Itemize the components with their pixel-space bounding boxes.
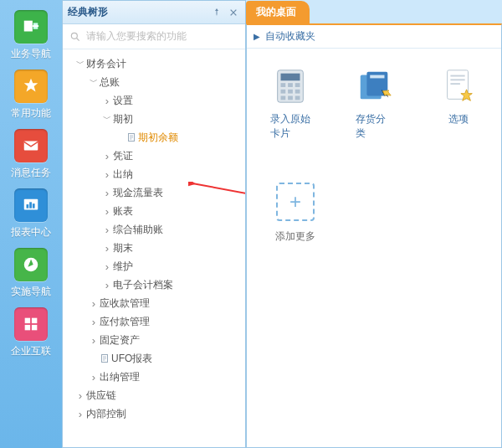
rail-item-report[interactable]: 报表中心 <box>6 188 56 239</box>
svg-rect-33 <box>450 83 460 85</box>
rail-label: 报表中心 <box>11 225 51 239</box>
tree-node[interactable]: ﹀财务会计 <box>68 54 242 73</box>
chevron-right-icon: › <box>101 242 113 255</box>
card-label: 存货分类 <box>356 112 394 141</box>
svg-rect-25 <box>288 96 293 100</box>
tree-node-label: 维护 <box>113 260 133 274</box>
tree-node[interactable]: UFO报表 <box>68 349 242 368</box>
tree-node[interactable]: ›现金流量表 <box>68 183 242 202</box>
chevron-right-icon: › <box>101 279 113 291</box>
panel-header: 经典树形 <box>63 1 245 24</box>
tree-node-label: 账表 <box>113 204 133 219</box>
rail-label: 消息任务 <box>11 166 51 180</box>
chevron-down-icon: ﹀ <box>101 113 113 125</box>
tree-node[interactable]: ›出纳管理 <box>68 368 242 386</box>
star-icon <box>14 70 48 103</box>
tree-node[interactable]: ›设置 <box>68 91 242 110</box>
rail-label: 企业互联 <box>11 344 51 358</box>
chevron-right-icon: ▶ <box>254 32 260 41</box>
tree-node-label: 出纳管理 <box>100 370 140 384</box>
tree-node[interactable]: ﹀期初 <box>68 110 242 128</box>
tree-node-label: 供应链 <box>86 389 116 403</box>
chevron-right-icon: › <box>88 371 100 384</box>
tree-node-label: UFO报表 <box>111 352 152 366</box>
rail-item-fav[interactable]: 常用功能 <box>6 70 56 121</box>
rail-item-link[interactable]: 企业互联 <box>6 307 56 358</box>
chevron-right-icon: › <box>101 187 113 199</box>
svg-rect-22 <box>288 90 293 94</box>
rail-label: 业务导航 <box>11 47 51 61</box>
favorites-label: 自动收藏夹 <box>265 29 315 44</box>
search-icon <box>69 31 81 43</box>
nav-tree: ﹀财务会计﹀总账›设置﹀期初期初余额›凭证›出纳›现金流量表›账表›综合辅助账›… <box>63 49 245 447</box>
tree-node[interactable]: ›凭证 <box>68 147 242 165</box>
svg-rect-24 <box>281 96 286 100</box>
card-options[interactable]: 选项 <box>439 67 478 141</box>
tree-node-label: 期初余额 <box>138 131 178 145</box>
svg-rect-2 <box>24 142 38 151</box>
svg-rect-20 <box>295 83 300 87</box>
tree-node-label: 固定资产 <box>100 333 140 348</box>
add-more[interactable]: + 添加更多 <box>270 183 320 244</box>
rail-label: 实施导航 <box>11 285 51 299</box>
plus-icon: + <box>276 183 315 221</box>
tree-node[interactable]: ›电子会计档案 <box>68 275 242 294</box>
rail-item-impl[interactable]: 实施导航 <box>6 248 56 299</box>
tree-node-label: 凭证 <box>113 149 133 163</box>
tree-node-label: 出纳 <box>113 167 133 182</box>
rail-item-msg[interactable]: 消息任务 <box>6 129 56 180</box>
chevron-right-icon: › <box>101 205 113 218</box>
chevron-right-icon: › <box>101 150 113 162</box>
add-more-label: 添加更多 <box>275 229 315 244</box>
calculator-icon <box>271 67 310 106</box>
tree-node[interactable]: ›账表 <box>68 202 242 220</box>
search-placeholder: 请输入您要搜索的功能 <box>86 29 187 44</box>
mail-icon <box>14 129 48 162</box>
tree-node-label: 综合辅助账 <box>113 223 163 237</box>
chevron-right-icon: › <box>88 297 100 310</box>
tree-node-label: 总账 <box>100 75 120 90</box>
tree-node[interactable]: ›固定资产 <box>68 331 242 349</box>
tree-node[interactable]: ›维护 <box>68 257 242 275</box>
chevron-right-icon: › <box>101 168 113 181</box>
card-inventory-class[interactable]: 存货分类 <box>356 67 394 141</box>
close-icon[interactable] <box>227 6 240 19</box>
chevron-right-icon: › <box>74 389 86 402</box>
chevron-right-icon: › <box>88 334 100 347</box>
tree-node[interactable]: 期初余额 <box>68 128 242 147</box>
tree-node-label: 设置 <box>113 94 133 108</box>
tree-node[interactable]: ›综合辅助账 <box>68 220 242 239</box>
auto-favorites[interactable]: ▶ 自动收藏夹 <box>247 25 501 49</box>
svg-rect-9 <box>32 318 37 323</box>
tree-node-label: 应付款管理 <box>100 315 150 329</box>
rail-item-biz[interactable]: 业务导航 <box>6 10 56 61</box>
compass-icon <box>14 248 48 281</box>
tree-node[interactable]: ›内部控制 <box>68 404 242 423</box>
chevron-right-icon: › <box>101 224 113 236</box>
svg-rect-11 <box>32 325 37 330</box>
folders-icon <box>356 67 394 106</box>
svg-rect-31 <box>450 75 464 77</box>
svg-rect-32 <box>450 79 464 80</box>
tree-node[interactable]: ›应付款管理 <box>68 312 242 331</box>
tree-node-label: 内部控制 <box>86 407 126 421</box>
grid-icon <box>14 307 48 341</box>
tree-node[interactable]: ›期末 <box>68 239 242 257</box>
rail-label: 常用功能 <box>11 106 51 121</box>
chevron-right-icon: › <box>74 408 86 420</box>
biz-icon <box>14 10 48 44</box>
search-input[interactable]: 请输入您要搜索的功能 <box>63 24 245 49</box>
pin-icon[interactable] <box>210 6 223 19</box>
document-icon <box>100 353 111 363</box>
tree-node-label: 财务会计 <box>86 57 126 71</box>
tree-node[interactable]: ›供应链 <box>68 386 242 404</box>
svg-rect-17 <box>281 74 300 81</box>
tree-node[interactable]: ›应收款管理 <box>68 294 242 312</box>
card-input-original[interactable]: 录入原始卡片 <box>270 67 310 141</box>
right-pane: 我的桌面 ▶ 自动收藏夹 录入原始卡片 存货分类 选项 <box>246 0 502 448</box>
tree-node[interactable]: ﹀总账 <box>68 73 242 91</box>
tree-node-label: 期初 <box>113 112 133 126</box>
tab-desktop[interactable]: 我的桌面 <box>246 1 310 23</box>
svg-rect-5 <box>29 202 32 208</box>
tree-node[interactable]: ›出纳 <box>68 165 242 183</box>
